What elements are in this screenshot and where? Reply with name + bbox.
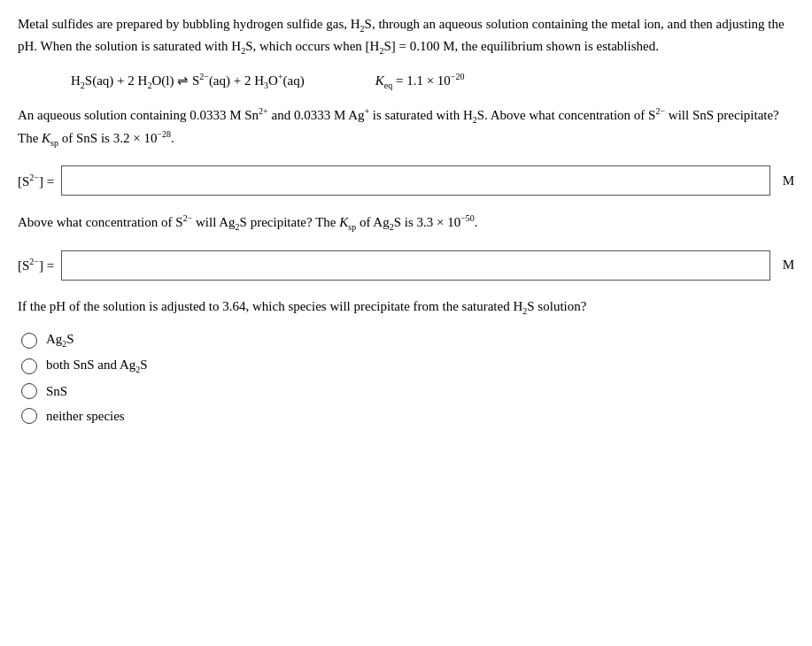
answer1-unit: M (783, 173, 794, 188)
option-ag2s-label: Ag2S (46, 332, 74, 349)
radio-sns[interactable] (21, 383, 37, 399)
option-sns-label: SnS (46, 384, 67, 399)
intro-paragraph: Metal sulfides are prepared by bubbling … (18, 14, 794, 58)
option-sns[interactable]: SnS (21, 383, 794, 399)
radio-neither[interactable] (21, 408, 37, 424)
answer1-label: [S2−] = (18, 173, 54, 189)
equilibrium-equation: H2S(aq) + 2 H2O(l) ⇌ S2−(aq) + 2 H3O+(aq… (71, 72, 794, 90)
radio-options-group: Ag2S both SnS and Ag2S SnS neither speci… (21, 332, 794, 424)
radio-ag2s[interactable] (21, 333, 37, 349)
answer2-input[interactable] (61, 250, 769, 281)
option-neither[interactable]: neither species (21, 408, 794, 424)
option-ag2s[interactable]: Ag2S (21, 332, 794, 349)
option-both[interactable]: both SnS and Ag2S (21, 358, 794, 374)
option-neither-label: neither species (46, 409, 125, 424)
answer1-row: [S2−] = M (18, 165, 794, 196)
answer1-input[interactable] (61, 165, 769, 196)
answer2-row: [S2−] = M (18, 250, 794, 281)
question3-text: If the pH of the solution is adjusted to… (18, 296, 794, 319)
keq-value: Keq = 1.1 × 10−20 (375, 72, 465, 90)
radio-both[interactable] (21, 358, 37, 374)
option-both-label: both SnS and Ag2S (46, 358, 148, 374)
question2-text: Above what concentration of S2− will Ag2… (18, 211, 794, 235)
answer2-unit: M (783, 258, 794, 273)
answer2-label: [S2−] = (18, 257, 54, 273)
question1-text: An aqueous solution containing 0.0333 M … (18, 104, 794, 150)
equation-expression: H2S(aq) + 2 H2O(l) ⇌ S2−(aq) + 2 H3O+(aq… (71, 72, 305, 90)
